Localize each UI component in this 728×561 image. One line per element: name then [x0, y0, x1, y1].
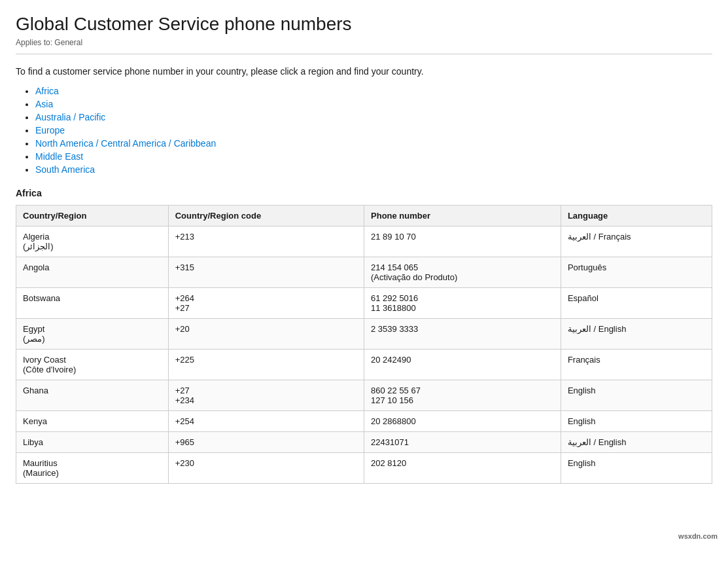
- table-header-row: Country/RegionCountry/Region codePhone n…: [16, 205, 712, 226]
- table-cell: +20: [168, 318, 364, 349]
- table-cell: 20 242490: [364, 349, 561, 380]
- table-cell: English: [561, 410, 712, 431]
- table-row: Libya+96522431071العربية / English: [16, 431, 712, 452]
- region-list-item: South America: [35, 164, 712, 175]
- table-cell: Libya: [16, 431, 169, 452]
- africa-table: Country/RegionCountry/Region codePhone n…: [16, 205, 712, 484]
- table-cell: +213: [168, 226, 364, 257]
- table-cell: 20 2868800: [364, 410, 561, 431]
- table-cell: Français: [561, 349, 712, 380]
- table-cell: 22431071: [364, 431, 561, 452]
- table-cell: Português: [561, 257, 712, 287]
- table-header-cell: Country/Region code: [168, 205, 364, 226]
- region-list-item: Europe: [35, 125, 712, 136]
- table-cell: العربية / English: [561, 431, 712, 452]
- table-cell: Mauritius(Maurice): [16, 452, 169, 483]
- table-cell: English: [561, 452, 712, 483]
- header-divider: [16, 54, 712, 54]
- table-cell: 214 154 065(Activação do Produto): [364, 257, 561, 287]
- region-link-6[interactable]: South America: [35, 164, 95, 175]
- table-cell: 2 3539 3333: [364, 318, 561, 349]
- table-cell: +27+234: [168, 380, 364, 410]
- table-row: Egypt(مصر)+202 3539 3333العربية / Englis…: [16, 318, 712, 349]
- region-link-2[interactable]: Australia / Pacific: [35, 112, 105, 122]
- table-row: Mauritius(Maurice)+230202 8120English: [16, 452, 712, 483]
- table-row: Angola+315214 154 065(Activação do Produ…: [16, 257, 712, 287]
- table-cell: العربية / English: [561, 318, 712, 349]
- table-header-cell: Language: [561, 205, 712, 226]
- region-link-4[interactable]: North America / Central America / Caribb…: [35, 138, 216, 149]
- region-link-0[interactable]: Africa: [35, 86, 59, 96]
- table-cell: +965: [168, 431, 364, 452]
- table-cell: +225: [168, 349, 364, 380]
- region-link-5[interactable]: Middle East: [35, 151, 83, 162]
- table-cell: Ghana: [16, 380, 169, 410]
- table-cell: 202 8120: [364, 452, 561, 483]
- table-row: Ghana+27+234860 22 55 67127 10 156Englis…: [16, 380, 712, 410]
- applies-to: Applies to: General: [16, 38, 712, 47]
- table-cell: Egypt(مصر): [16, 318, 169, 349]
- region-list-item: Middle East: [35, 151, 712, 162]
- table-cell: 61 292 501611 3618800: [364, 287, 561, 318]
- region-list-item: Asia: [35, 99, 712, 109]
- region-list-item: Africa: [35, 86, 712, 96]
- table-cell: Español: [561, 287, 712, 318]
- table-row: Algeria(الجزائر)+21321 89 10 70العربية /…: [16, 226, 712, 257]
- table-cell: Botswana: [16, 287, 169, 318]
- region-link-3[interactable]: Europe: [35, 125, 65, 136]
- table-cell: Algeria(الجزائر): [16, 226, 169, 257]
- africa-heading: Africa: [16, 188, 712, 198]
- region-link-1[interactable]: Asia: [35, 99, 53, 109]
- table-cell: +264+27: [168, 287, 364, 318]
- table-body: Algeria(الجزائر)+21321 89 10 70العربية /…: [16, 226, 712, 483]
- table-row: Kenya+25420 2868800English: [16, 410, 712, 431]
- table-cell: Angola: [16, 257, 169, 287]
- region-list-item: Australia / Pacific: [35, 112, 712, 122]
- table-cell: العربية / Français: [561, 226, 712, 257]
- table-row: Botswana+264+2761 292 501611 3618800Espa…: [16, 287, 712, 318]
- table-cell: 21 89 10 70: [364, 226, 561, 257]
- table-row: Ivory Coast(Côte d'Ivoire)+22520 242490F…: [16, 349, 712, 380]
- table-cell: +230: [168, 452, 364, 483]
- region-list: AfricaAsiaAustralia / PacificEuropeNorth…: [16, 86, 712, 175]
- region-list-item: North America / Central America / Caribb…: [35, 138, 712, 149]
- page-title: Global Customer Service phone numbers: [16, 13, 712, 35]
- intro-text: To find a customer service phone number …: [16, 66, 712, 77]
- table-cell: English: [561, 380, 712, 410]
- table-cell: +254: [168, 410, 364, 431]
- table-header-cell: Phone number: [364, 205, 561, 226]
- table-cell: +315: [168, 257, 364, 287]
- table-cell: Kenya: [16, 410, 169, 431]
- table-header-cell: Country/Region: [16, 205, 169, 226]
- table-cell: 860 22 55 67127 10 156: [364, 380, 561, 410]
- table-cell: Ivory Coast(Côte d'Ivoire): [16, 349, 169, 380]
